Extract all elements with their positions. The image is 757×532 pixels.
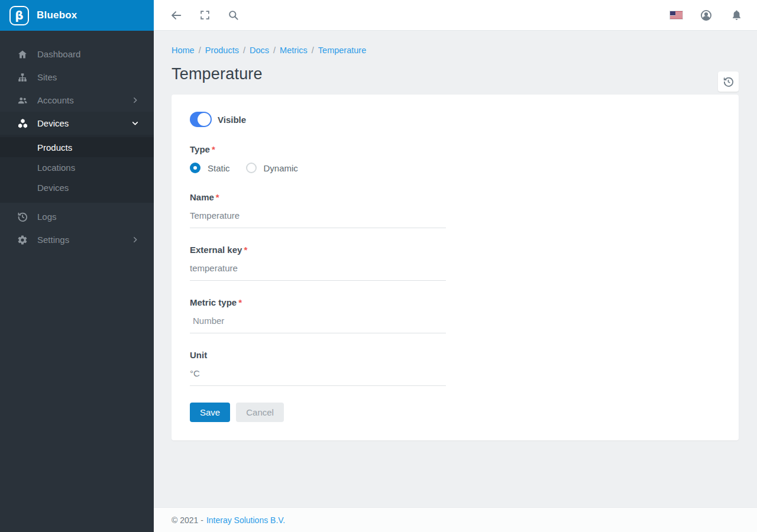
breadcrumb-products[interactable]: Products (205, 46, 239, 55)
name-input[interactable]: Temperature (190, 210, 446, 228)
radio-static-label: Static (208, 163, 230, 173)
chevron-right-icon (131, 96, 140, 105)
sidebar-item-label: Devices (37, 118, 131, 128)
sidebar-subitem-label: Devices (37, 183, 69, 193)
brand-name: Bluebox (37, 9, 77, 21)
type-radio-group: Static Dynamic (190, 163, 446, 176)
save-button[interactable]: Save (190, 403, 230, 422)
cancel-button[interactable]: Cancel (236, 403, 284, 422)
history-button[interactable] (718, 72, 739, 92)
sidebar-subitem-label: Products (37, 142, 72, 153)
toggle-knob (198, 113, 211, 126)
user-avatar-icon[interactable] (700, 9, 713, 22)
sidebar-item-label: Settings (37, 235, 131, 245)
back-arrow-icon[interactable] (170, 9, 183, 22)
chevron-down-icon (131, 119, 140, 128)
sidebar-item-accounts[interactable]: Accounts (0, 89, 154, 112)
name-label: Name* (190, 192, 446, 202)
sidebar-item-label: Accounts (37, 95, 131, 105)
metric-type-field: Metric type* Number (190, 297, 446, 333)
required-asterisk: * (212, 144, 215, 154)
radio-circle-icon (246, 163, 257, 173)
users-icon (17, 95, 28, 106)
chevron-right-icon (131, 236, 140, 244)
content-area: Home / Products / Docs / Metrics / Tempe… (154, 31, 757, 507)
breadcrumb: Home / Products / Docs / Metrics / Tempe… (172, 46, 739, 55)
copyright-text: © 2021 - (172, 515, 203, 525)
unit-input[interactable]: °C (190, 368, 446, 386)
type-label: Type* (190, 144, 446, 154)
brand-header[interactable]: β Bluebox (0, 0, 154, 31)
home-icon (17, 48, 28, 60)
unit-label: Unit (190, 350, 446, 360)
fullscreen-icon[interactable] (198, 9, 211, 22)
breadcrumb-separator: / (273, 46, 276, 55)
sidebar-menu: Dashboard Sites Accounts (0, 31, 154, 251)
sidebar-item-label: Sites (37, 72, 140, 82)
required-asterisk: * (244, 245, 247, 255)
sitemap-icon (17, 72, 28, 83)
sidebar-subitem-devices[interactable]: Devices (0, 177, 154, 197)
breadcrumb-separator: / (243, 46, 245, 55)
radio-dynamic-label: Dynamic (264, 163, 298, 173)
breadcrumb-metrics[interactable]: Metrics (280, 46, 308, 55)
breadcrumb-docs[interactable]: Docs (250, 46, 269, 55)
radio-dynamic[interactable]: Dynamic (246, 163, 298, 173)
sidebar-item-label: Logs (37, 212, 140, 222)
sidebar-item-settings[interactable]: Settings (0, 228, 154, 251)
external-key-input[interactable]: temperature (190, 263, 446, 281)
metric-type-select[interactable]: Number (190, 316, 446, 333)
radio-circle-icon (190, 163, 200, 173)
radio-static[interactable]: Static (190, 163, 230, 173)
search-icon[interactable] (227, 9, 240, 22)
topbar-right (670, 9, 743, 22)
sidebar-item-devices[interactable]: Devices (0, 112, 154, 135)
sidebar-item-label: Dashboard (37, 49, 140, 59)
logo-glyph: β (15, 9, 23, 21)
visible-toggle[interactable] (190, 112, 212, 127)
sidebar-item-dashboard[interactable]: Dashboard (0, 43, 154, 66)
company-link[interactable]: Interay Solutions B.V. (206, 515, 285, 525)
page-title: Temperature (172, 65, 739, 83)
sidebar-item-sites[interactable]: Sites (0, 66, 154, 89)
required-asterisk: * (238, 297, 242, 307)
sidebar-item-logs[interactable]: Logs (0, 205, 154, 228)
topbar-left (170, 9, 240, 22)
bluebox-logo-icon: β (9, 6, 29, 25)
us-flag-icon[interactable] (670, 11, 682, 19)
metric-form-card: Visible Type* Static Dynamic (172, 95, 739, 440)
gear-icon (17, 234, 28, 246)
sidebar-subitem-label: Locations (37, 163, 75, 173)
visible-toggle-row: Visible (190, 112, 720, 127)
history-icon (17, 211, 28, 223)
main-column: Home / Products / Docs / Metrics / Tempe… (154, 0, 757, 532)
unit-field: Unit °C (190, 350, 446, 386)
visible-toggle-label: Visible (218, 115, 246, 125)
metric-type-label: Metric type* (190, 297, 446, 307)
devices-submenu: Products Locations Devices (0, 135, 154, 203)
external-key-field: External key* temperature (190, 245, 446, 281)
app-window: β Bluebox Dashboard Sites Ac (0, 0, 757, 532)
sidebar-subitem-products[interactable]: Products (0, 137, 154, 157)
required-asterisk: * (216, 192, 219, 202)
breadcrumb-separator: / (312, 46, 314, 55)
notifications-bell-icon[interactable] (730, 9, 743, 22)
breadcrumb-temperature[interactable]: Temperature (318, 46, 366, 55)
breadcrumb-home[interactable]: Home (172, 46, 195, 55)
external-key-label: External key* (190, 245, 446, 255)
breadcrumb-separator: / (199, 46, 201, 55)
name-field: Name* Temperature (190, 192, 446, 228)
type-field: Type* Static Dynamic (190, 144, 446, 176)
topbar (154, 0, 757, 31)
sidebar-subitem-locations[interactable]: Locations (0, 157, 154, 177)
form-actions: Save Cancel (190, 403, 720, 422)
cubes-icon (17, 118, 28, 129)
footer: © 2021 - Interay Solutions B.V. (154, 507, 757, 532)
sidebar: β Bluebox Dashboard Sites Ac (0, 0, 154, 532)
